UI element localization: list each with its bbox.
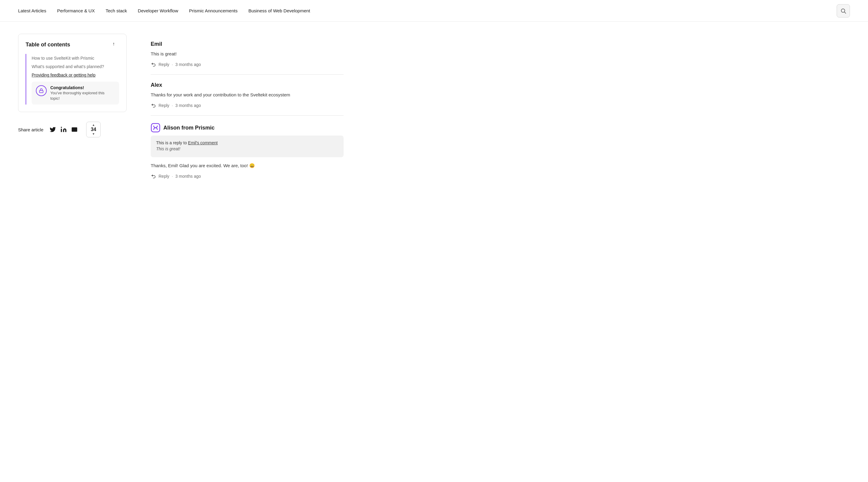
- comment-body-emil: This is great!: [151, 50, 344, 58]
- toc-congrats-text: Congratulations! You've thoroughly explo…: [50, 85, 115, 101]
- toc-card: Table of contents ↑ How to use SvelteKit…: [18, 34, 127, 112]
- search-button[interactable]: [837, 4, 850, 18]
- reply-label-alison[interactable]: Reply: [158, 174, 169, 179]
- dot-separator-alison: ·: [172, 174, 173, 179]
- toc-header: Table of contents ↑: [26, 41, 119, 48]
- comment-author-emil: Emil: [151, 41, 344, 47]
- share-section: Share article: [18, 122, 127, 137]
- comment-time-emil: 3 months ago: [176, 62, 201, 67]
- comment-meta-alex[interactable]: Reply · 3 months ago: [151, 103, 344, 108]
- share-counter[interactable]: ▲ 34 ▼: [86, 122, 101, 137]
- comment-body-alex: Thanks for your work and your contributi…: [151, 91, 344, 98]
- svg-rect-2: [39, 90, 43, 93]
- nav-link-performance-ux[interactable]: Performance & UX: [57, 8, 95, 13]
- quote-ref-text: This is a reply to Emil's comment: [156, 140, 338, 145]
- nav-link-tech-stack[interactable]: Tech stack: [105, 8, 127, 13]
- toc-congrats-block: Congratulations! You've thoroughly explo…: [32, 82, 119, 104]
- comment-author-alex: Alex: [151, 82, 344, 88]
- content-area: Emil This is great! Reply · 3 months ago…: [151, 34, 344, 186]
- comment-author-alison: Alison from Prismic: [151, 123, 344, 133]
- linkedin-icon: [60, 126, 67, 133]
- chevron-up-icon: ▲: [92, 123, 95, 127]
- email-share-button[interactable]: [71, 126, 78, 133]
- reply-icon-alex: [151, 103, 156, 108]
- prismic-avatar-icon: [151, 123, 160, 133]
- dot-separator-alex: ·: [172, 103, 173, 108]
- toc-item-1[interactable]: How to use SvelteKit with Prismic: [32, 54, 119, 62]
- reply-icon-alison: [151, 173, 156, 179]
- svg-point-3: [61, 127, 62, 128]
- scroll-up-icon[interactable]: ↑: [113, 41, 119, 48]
- toc-list: How to use SvelteKit with Prismic What's…: [26, 54, 119, 104]
- comment-body-alison: Thanks, Emil! Glad you are excited. We a…: [151, 162, 344, 169]
- comment-meta-emil[interactable]: Reply · 3 months ago: [151, 62, 344, 67]
- quoted-reply-block: This is a reply to Emil's comment This i…: [151, 135, 344, 157]
- share-icons: [50, 126, 78, 133]
- toc-item-2[interactable]: What's supported and what's planned?: [32, 62, 119, 71]
- lock-icon: [36, 85, 47, 96]
- nav-link-developer-workflow[interactable]: Developer Workflow: [138, 8, 178, 13]
- nav-bar: Latest Articles Performance & UX Tech st…: [0, 0, 868, 22]
- sidebar: Table of contents ↑ How to use SvelteKit…: [18, 34, 127, 186]
- svg-line-1: [844, 12, 846, 13]
- email-icon: [71, 126, 78, 133]
- twitter-share-button[interactable]: [50, 126, 56, 133]
- reply-label-emil[interactable]: Reply: [158, 62, 169, 67]
- chevron-down-icon: ▼: [92, 132, 95, 136]
- quote-ref-link[interactable]: Emil's comment: [188, 140, 218, 145]
- nav-link-latest-articles[interactable]: Latest Articles: [18, 8, 46, 13]
- reply-icon: [151, 62, 156, 67]
- reply-label-alex[interactable]: Reply: [158, 103, 169, 108]
- comment-time-alison: 3 months ago: [176, 174, 201, 179]
- search-icon: [840, 8, 846, 14]
- main-layout: Table of contents ↑ How to use SvelteKit…: [0, 22, 362, 198]
- share-count: 34: [91, 127, 96, 132]
- comment-time-alex: 3 months ago: [176, 103, 201, 108]
- linkedin-share-button[interactable]: [60, 126, 67, 133]
- comment-alex: Alex Thanks for your work and your contr…: [151, 75, 344, 116]
- dot-separator: ·: [172, 62, 173, 67]
- nav-link-prismic-announcements[interactable]: Prismic Announcements: [189, 8, 238, 13]
- comment-emil: Emil This is great! Reply · 3 months ago: [151, 34, 344, 75]
- quote-body: This is great!: [156, 147, 338, 151]
- nav-link-business-web-dev[interactable]: Business of Web Development: [248, 8, 310, 13]
- toc-item-3[interactable]: Providing feedback or getting help: [32, 71, 119, 79]
- comment-meta-alison[interactable]: Reply · 3 months ago: [151, 173, 344, 179]
- comment-alison: Alison from Prismic This is a reply to E…: [151, 116, 344, 186]
- share-label: Share article: [18, 127, 43, 132]
- twitter-icon: [50, 126, 56, 133]
- toc-title: Table of contents: [26, 41, 70, 48]
- nav-links: Latest Articles Performance & UX Tech st…: [18, 8, 310, 13]
